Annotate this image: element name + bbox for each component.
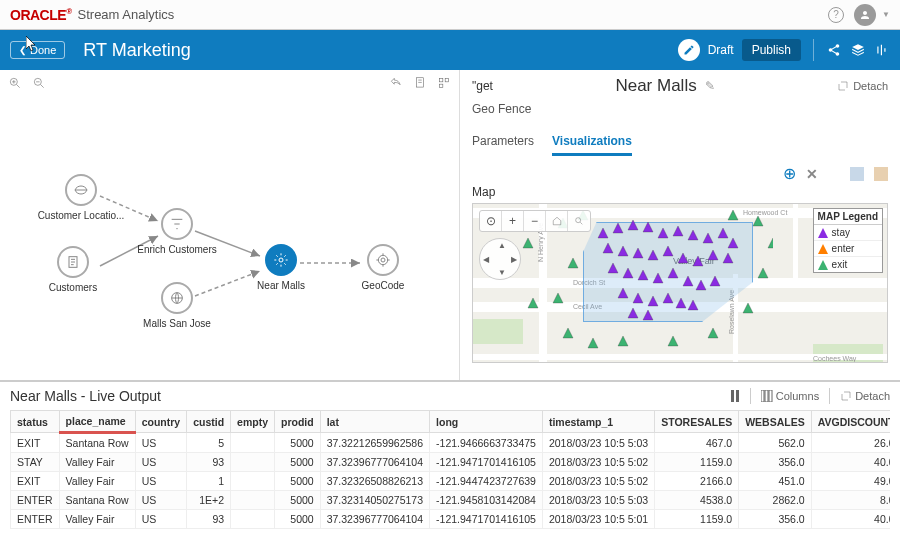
export-icon[interactable]	[413, 76, 427, 90]
col-long[interactable]: long	[430, 411, 543, 433]
svg-rect-9	[445, 78, 449, 82]
live-output-title: Near Malls - Live Output	[10, 388, 161, 404]
svg-rect-8	[439, 78, 443, 82]
viz-thumb-1[interactable]	[850, 167, 864, 181]
viz-thumb-2[interactable]	[874, 167, 888, 181]
pause-button[interactable]	[730, 390, 740, 402]
layers-icon[interactable]	[850, 42, 866, 58]
col-empty[interactable]: empty	[231, 411, 275, 433]
diagram-edges	[0, 96, 459, 376]
chevron-left-icon: ❮	[19, 45, 27, 55]
map-zoom-out[interactable]: −	[524, 211, 546, 231]
layout-icon[interactable]	[437, 76, 451, 90]
share-icon[interactable]	[826, 42, 842, 58]
pipeline-diagram[interactable]: Customer Locatio... Customers Enrich Cus…	[0, 96, 459, 376]
zoom-out-icon[interactable]	[32, 76, 46, 90]
col-status[interactable]: status	[11, 411, 60, 433]
details-pane: "get Near Malls ✎ Detach Geo Fence Param…	[460, 70, 900, 380]
node-customer-locations[interactable]: Customer Locatio...	[36, 174, 126, 221]
svg-point-20	[576, 218, 581, 223]
map-controls: ⊙ + −	[479, 210, 591, 232]
col-custid[interactable]: custid	[187, 411, 231, 433]
table-row[interactable]: EXITValley FairUS1500037.32326508826213-…	[11, 472, 891, 491]
svg-rect-26	[769, 390, 772, 402]
user-menu-button[interactable]	[854, 4, 876, 26]
map-viz[interactable]: N Henry Ave Roselawn Ave Homewood Ct Emo…	[472, 203, 888, 363]
node-geocode[interactable]: GeoCode	[338, 244, 428, 291]
output-detach-button[interactable]: Detach	[840, 390, 890, 402]
node-customers[interactable]: Customers	[28, 246, 118, 293]
col-country[interactable]: country	[135, 411, 187, 433]
svg-point-18	[279, 258, 283, 262]
svg-line-1	[17, 85, 20, 88]
legend-enter: enter	[814, 241, 882, 257]
stage-subtitle: Geo Fence	[472, 102, 888, 116]
draft-label: Draft	[708, 43, 734, 57]
live-output-panel: Near Malls - Live Output Columns Detach …	[0, 380, 900, 557]
col-websales[interactable]: WEBSALES	[739, 411, 812, 433]
node-near-malls[interactable]: Near Malls	[236, 244, 326, 291]
viz-toolbar: ⊕ ✕	[472, 164, 888, 183]
publish-button[interactable]: Publish	[742, 39, 801, 61]
svg-line-21	[580, 222, 582, 224]
user-menu-caret-icon[interactable]: ▼	[882, 10, 890, 19]
edit-icon[interactable]	[678, 39, 700, 61]
table-row[interactable]: ENTERSantana RowUS1E+2500037.32314050275…	[11, 491, 891, 510]
table-header-row: status place_name country custid empty p…	[11, 411, 891, 433]
col-avgdiscount[interactable]: AVGDISCOUNT	[811, 411, 890, 433]
tab-visualizations[interactable]: Visualizations	[552, 134, 632, 156]
svg-line-5	[41, 85, 44, 88]
oracle-logo: ORACLE®	[10, 7, 72, 23]
live-output-table: status place_name country custid empty p…	[10, 410, 890, 529]
legend-stay: stay	[814, 225, 882, 241]
live-output-table-wrap[interactable]: status place_name country custid empty p…	[10, 410, 890, 551]
svg-rect-22	[731, 390, 734, 402]
note-icon[interactable]: ✎	[705, 79, 715, 93]
map-locate-icon[interactable]: ⊙	[480, 211, 502, 231]
svg-rect-23	[736, 390, 739, 402]
close-viz-icon[interactable]: ✕	[806, 166, 818, 182]
add-viz-icon[interactable]: ⊕	[783, 164, 796, 183]
col-prodid[interactable]: prodid	[275, 411, 321, 433]
svg-rect-24	[761, 390, 764, 402]
col-place-name[interactable]: place_name	[59, 411, 135, 433]
diagram-pane: Customer Locatio... Customers Enrich Cus…	[0, 70, 460, 380]
map-pan-control[interactable]: ▲ ▼ ◀ ▶	[479, 238, 521, 280]
svg-rect-25	[765, 390, 768, 402]
stage-tabs: Parameters Visualizations	[472, 128, 888, 156]
svg-rect-10	[439, 84, 443, 88]
table-row[interactable]: STAYValley FairUS93500037.32396777064104…	[11, 453, 891, 472]
pipeline-title: RT Marketing	[83, 40, 190, 61]
pipeline-settings-icon[interactable]	[874, 42, 890, 58]
map-legend: MAP Legend stay enter exit	[813, 208, 883, 273]
legend-exit: exit	[814, 257, 882, 272]
zoom-in-icon[interactable]	[8, 76, 22, 90]
node-malls-san-jose[interactable]: Malls San Jose	[132, 282, 222, 329]
svg-point-19	[381, 258, 385, 262]
table-row[interactable]: EXITSantana RowUS5500037.32212659962586-…	[11, 433, 891, 453]
columns-button[interactable]: Columns	[761, 390, 819, 402]
map-home-icon[interactable]	[546, 211, 568, 231]
help-icon[interactable]: ?	[828, 7, 844, 23]
detach-button[interactable]: Detach	[837, 80, 888, 92]
undo-icon[interactable]	[389, 76, 403, 90]
node-enrich-customers[interactable]: Enrich Customers	[132, 208, 222, 255]
map-search-icon[interactable]	[568, 211, 590, 231]
table-row[interactable]: ENTERValley FairUS93500037.3239677706410…	[11, 510, 891, 529]
stage-title: Near Malls	[615, 76, 696, 96]
col-timestamp[interactable]: timestamp_1	[542, 411, 654, 433]
workspace: Customer Locatio... Customers Enrich Cus…	[0, 70, 900, 380]
pipeline-toolbar: ❮Done RT Marketing Draft Publish	[0, 30, 900, 70]
viz-map-label: Map	[472, 185, 888, 199]
top-bar: ORACLE® Stream Analytics ? ▼	[0, 0, 900, 30]
col-storesales[interactable]: STORESALES	[655, 411, 739, 433]
diagram-toolbar	[0, 70, 459, 96]
col-lat[interactable]: lat	[320, 411, 429, 433]
tab-parameters[interactable]: Parameters	[472, 134, 534, 156]
done-button[interactable]: ❮Done	[10, 41, 65, 59]
map-zoom-in[interactable]: +	[502, 211, 524, 231]
detach-icon	[837, 80, 849, 92]
app-subtitle: Stream Analytics	[78, 7, 175, 22]
